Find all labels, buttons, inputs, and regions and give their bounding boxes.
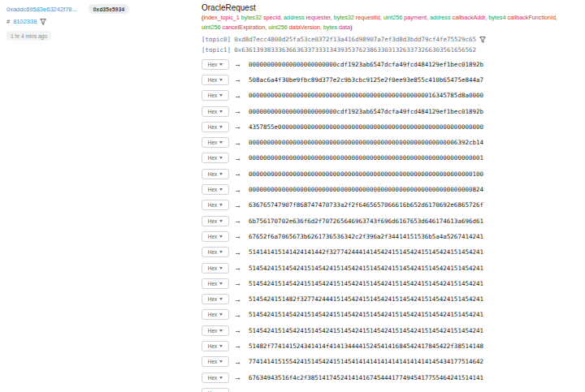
caret-down-icon [219, 173, 223, 175]
hex-dropdown-label: Hex [208, 265, 218, 271]
data-word-value: 5145424151482f32774244415145424151454241… [249, 295, 483, 303]
arrow-right-icon: → [234, 186, 241, 194]
signature-token: bytes [323, 24, 339, 31]
hex-format-dropdown[interactable]: Hex [202, 106, 229, 117]
data-word-value: 0000000000000000000000000000000000000000… [249, 139, 483, 146]
hex-format-dropdown[interactable]: Hex [202, 247, 229, 257]
hex-format-dropdown[interactable]: Hex [202, 325, 229, 336]
arrow-right-icon: → [234, 342, 241, 350]
hex-dropdown-label: Hex [208, 124, 218, 130]
signature-token: uint256 [202, 24, 223, 31]
arrow-right-icon: → [234, 232, 241, 240]
hex-dropdown-label: Hex [208, 234, 218, 239]
hex-format-dropdown[interactable]: Hex [202, 137, 229, 148]
topic-row: [topic0] 0xd8d7ecc4800d25fa53ce0372f13a4… [202, 34, 580, 45]
hex-format-dropdown[interactable]: Hex [202, 356, 229, 367]
signature-token: bytes32 [334, 14, 356, 21]
caret-down-icon [219, 157, 223, 159]
filter-icon[interactable] [40, 19, 46, 25]
hex-format-dropdown[interactable]: Hex [202, 341, 229, 351]
hex-format-dropdown[interactable]: Hex [202, 388, 229, 392]
age-badge: 1 hr 4 mins ago [6, 31, 51, 41]
hex-dropdown-label: Hex [208, 249, 218, 255]
hex-format-dropdown[interactable]: Hex [202, 169, 229, 179]
hex-format-dropdown[interactable]: Hex [202, 216, 229, 226]
data-word-value: 5145424151454241514542415145424151454241… [249, 280, 483, 287]
caret-down-icon [219, 94, 223, 97]
caret-down-icon [219, 126, 223, 128]
data-word-value: 5145424151454241514542415145424151454241… [249, 265, 483, 272]
hex-format-dropdown[interactable]: Hex [202, 263, 229, 274]
caret-down-icon [219, 79, 223, 81]
data-word-value: 0000000000000000000000000000000000000000… [249, 186, 483, 193]
data-word-value: 514141415141424141442f327742444141454241… [249, 248, 483, 256]
hex-format-dropdown[interactable]: Hex [202, 75, 229, 85]
caret-down-icon [219, 251, 223, 253]
signature-token: address [284, 14, 306, 21]
data-word-row: Hex → 67634943516f4c2f385141745241414167… [202, 372, 580, 383]
data-word-value: 508ac6a4f30be9fbc89d377e2c9b3cbc9125e2f0… [249, 76, 483, 84]
data-word-row: Hex → 67652f6a7065673b6261736536342c2f39… [202, 230, 580, 242]
caret-down-icon [219, 63, 223, 66]
block-meta-line: # 8102338 [6, 17, 195, 26]
hex-format-dropdown[interactable]: Hex [202, 200, 229, 210]
hex-format-dropdown[interactable]: Hex [202, 231, 229, 242]
signature-token: callbackFunctionId, [507, 14, 557, 21]
data-word-value: 000000000000000000000000cdf1923ab6547dcf… [249, 61, 483, 68]
hex-format-dropdown[interactable]: Hex [202, 373, 229, 383]
hex-dropdown-label: Hex [208, 93, 218, 98]
hex-format-dropdown[interactable]: Hex [202, 309, 229, 320]
hex-dropdown-label: Hex [208, 312, 218, 317]
hex-format-dropdown[interactable]: Hex [202, 153, 229, 163]
signature-token: uint256 [268, 24, 289, 31]
hex-dropdown-label: Hex [208, 202, 218, 208]
arrow-right-icon: → [234, 170, 241, 178]
data-word-row: Hex → 0000000000000000000000000000000000… [202, 90, 580, 101]
hex-dropdown-label: Hex [208, 359, 218, 364]
topic-value: 0xd8d7ecc4800d25fa53ce0372f13a416d98907a… [234, 36, 476, 43]
arrow-right-icon: → [234, 264, 241, 272]
hex-dropdown-label: Hex [208, 281, 218, 286]
hex-format-dropdown[interactable]: Hex [202, 59, 229, 70]
arrow-right-icon: → [234, 311, 241, 319]
caret-down-icon [219, 313, 223, 316]
log-meta: 0xaddc69583e63242f78... 0xd35e5934 # 810… [6, 4, 195, 41]
hex-format-dropdown[interactable]: Hex [202, 184, 229, 195]
caret-down-icon [219, 188, 223, 191]
caret-down-icon [219, 360, 223, 363]
hex-dropdown-label: Hex [208, 375, 218, 381]
tx-hash-link[interactable]: 0xaddc69583e63242f78... [6, 6, 77, 13]
data-word-row: Hex → 514141415141424141442f327742444141… [202, 247, 580, 258]
arrow-right-icon: → [234, 248, 241, 256]
data-word-row: Hex → 508ac6a4f30be9fbc89d377e2c9b3cbc91… [202, 74, 580, 85]
hex-format-dropdown[interactable]: Hex [202, 122, 229, 132]
topic-row: [topic1] 0x63613938333636636337333134393… [202, 45, 580, 55]
signature-token: cancelExpiration, [223, 24, 269, 31]
arrow-right-icon: → [234, 279, 241, 287]
hex-format-dropdown[interactable]: Hex [202, 90, 229, 101]
hex-dropdown-label: Hex [208, 140, 218, 145]
hex-dropdown-label: Hex [208, 77, 218, 83]
arrow-right-icon: → [234, 75, 241, 84]
filter-icon[interactable] [479, 37, 486, 43]
caret-down-icon [219, 235, 223, 238]
hex-format-dropdown[interactable]: Hex [202, 278, 229, 289]
hex-dropdown-label: Hex [208, 328, 218, 334]
hex-dropdown-label: Hex [208, 171, 218, 177]
arrow-right-icon: → [234, 92, 241, 100]
hex-dropdown-label: Hex [208, 218, 218, 224]
data-word-value: 6b756170702e636f6d2f707265646963743f696d… [249, 218, 483, 225]
data-word-row: Hex → 5145424151454241514542415145424151… [202, 278, 580, 289]
topics-list: [topic0] 0xd8d7ecc4800d25fa53ce0372f13a4… [202, 34, 580, 55]
caret-down-icon [219, 220, 223, 222]
signature-token: dataVersion, [289, 24, 323, 31]
data-word-row: Hex → 636765747907f868747470733a2f2f6465… [202, 200, 580, 211]
caret-down-icon [219, 110, 223, 113]
hex-format-dropdown[interactable]: Hex [202, 294, 229, 304]
data-word-value: 5145424151454241514542415145424151454241… [249, 327, 483, 334]
block-number-link[interactable]: 8102338 [13, 18, 37, 25]
arrow-right-icon: → [234, 60, 241, 68]
arrow-right-icon: → [234, 201, 241, 209]
data-word-row: Hex → 4357855e00000000000000000000000000… [202, 121, 580, 132]
data-word-value: 636765747907f868747470733a2f2f6465657066… [249, 201, 483, 209]
